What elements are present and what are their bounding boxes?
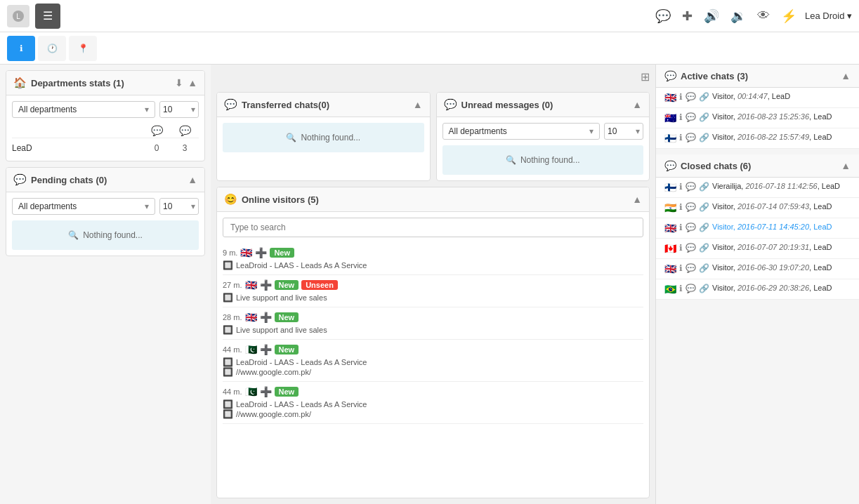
page-icon: 🔲 bbox=[223, 399, 233, 409]
unread-per-page-value: 10 bbox=[608, 126, 617, 136]
unread-messages-body: All departments ▾ 10 ▾ 🔍 Nothing found..… bbox=[437, 117, 650, 180]
grid-icon[interactable]: ⊞ bbox=[641, 70, 650, 84]
unread-per-page[interactable]: 10 ▾ bbox=[604, 123, 643, 140]
per-page-value: 10 bbox=[163, 105, 172, 114]
unread-filter-select[interactable]: All departments ▾ bbox=[442, 123, 601, 140]
new-badge: New bbox=[275, 280, 299, 290]
tab-info[interactable]: ℹ bbox=[7, 36, 35, 61]
dept-row-name: LeaD bbox=[12, 143, 143, 153]
visitor-page1: 🔲 LeaDroid - LAAS - Leads As A Service bbox=[223, 399, 643, 409]
visitor-page-text: LeaDroid - LAAS - Leads As A Service bbox=[236, 400, 367, 409]
departments-stats-widget: 🏠 Departments stats (1) ⬇ ▲ All departme… bbox=[6, 70, 205, 161]
chat-text: Vierailija, 2016-07-18 11:42:56, LeaD bbox=[712, 182, 851, 190]
departments-table: 💬 💬 LeaD 0 3 bbox=[12, 124, 199, 155]
add-icon[interactable]: ✚ bbox=[682, 8, 693, 24]
departments-filter-select[interactable]: All departments ▾ bbox=[12, 101, 155, 118]
active-chats-section: 💬 Active chats (3) ▲ 🇬🇧 ℹ 💬 🔗 Visitor, 0… bbox=[656, 65, 859, 149]
chat-icon[interactable]: 💬 bbox=[686, 263, 696, 273]
departments-table-header: 💬 💬 bbox=[12, 124, 199, 138]
chat-icon[interactable]: 💬 bbox=[686, 182, 696, 192]
info-icon[interactable]: ℹ bbox=[679, 263, 683, 273]
plus-icon[interactable]: ➕ bbox=[260, 344, 272, 355]
info-icon[interactable]: ℹ bbox=[679, 243, 683, 253]
closed-chats-collapse-icon[interactable]: ▲ bbox=[841, 160, 851, 171]
closed-chats-section: 💬 Closed chats (6) ▲ 🇫🇮 ℹ 💬 🔗 Vierailija… bbox=[656, 154, 859, 300]
pending-chats-collapse-icon[interactable]: ▲ bbox=[188, 174, 197, 185]
transferred-collapse-icon[interactable]: ▲ bbox=[413, 99, 423, 110]
chat-icon[interactable]: 💬 bbox=[686, 133, 696, 142]
link-icon[interactable]: 🔗 bbox=[699, 223, 709, 232]
flag-icon: 🇬🇧 bbox=[240, 247, 252, 258]
link-icon[interactable]: 🔗 bbox=[699, 263, 709, 273]
departments-per-page[interactable]: 10 ▾ bbox=[159, 101, 199, 118]
plus-icon[interactable]: ➕ bbox=[260, 386, 272, 397]
list-item: 🇫🇮 ℹ 💬 🔗 Visitor, 2016-08-22 15:57:49, L… bbox=[656, 128, 859, 149]
transferred-chat-icon: 💬 bbox=[224, 98, 237, 111]
chat-icon[interactable]: 💬 bbox=[686, 284, 696, 293]
left-panel: 🏠 Departments stats (1) ⬇ ▲ All departme… bbox=[0, 65, 211, 504]
link-icon[interactable]: 🔗 bbox=[699, 133, 709, 142]
plus-icon[interactable]: ➕ bbox=[260, 312, 272, 323]
pending-per-page[interactable]: 10 ▾ bbox=[159, 198, 199, 215]
link-icon[interactable]: 🔗 bbox=[699, 284, 709, 293]
pending-filter-select[interactable]: All departments ▾ bbox=[12, 198, 155, 215]
volume-up-icon[interactable]: 🔊 bbox=[704, 8, 719, 24]
menu-button[interactable]: ☰ bbox=[35, 4, 60, 29]
middle-header-row: ⊞ bbox=[216, 70, 650, 84]
chat-icon[interactable]: 💬 bbox=[655, 8, 671, 24]
eye-icon[interactable]: 👁 bbox=[757, 8, 770, 23]
info-icon[interactable]: ℹ bbox=[679, 223, 683, 232]
info-icon[interactable]: ℹ bbox=[679, 202, 683, 212]
page-icon: 🔲 bbox=[223, 293, 233, 303]
list-item: 44 m. 🇵🇰 ➕ New 🔲 LeaDroid - LAAS - Leads… bbox=[223, 340, 643, 382]
lightning-icon[interactable]: ⚡ bbox=[781, 8, 796, 24]
departments-stats-download-icon[interactable]: ⬇ bbox=[175, 77, 183, 88]
unread-collapse-icon[interactable]: ▲ bbox=[632, 99, 642, 110]
info-icon[interactable]: ℹ bbox=[679, 182, 683, 192]
chat-icon[interactable]: 💬 bbox=[686, 243, 696, 253]
transferred-chats-header: 💬 Transferred chats(0) ▲ bbox=[217, 93, 430, 117]
chat-icon[interactable]: 💬 bbox=[686, 112, 696, 122]
online-visitors-title: Online visitors (5) bbox=[242, 194, 628, 205]
visitor-time: 27 m. bbox=[223, 281, 242, 289]
flag-icon: 🇬🇧 bbox=[664, 263, 676, 274]
unread-per-page-chevron: ▾ bbox=[636, 126, 640, 136]
info-icon[interactable]: ℹ bbox=[679, 133, 683, 142]
list-item: 27 m. 🇬🇧 ➕ New Unseen 🔲 Live support and… bbox=[223, 275, 643, 307]
middle-top-row: 💬 Transferred chats(0) ▲ 🔍 Nothing found… bbox=[216, 92, 650, 181]
online-visitors-collapse-icon[interactable]: ▲ bbox=[632, 194, 642, 205]
tab-clock[interactable]: 🕐 bbox=[38, 36, 66, 61]
link-icon[interactable]: 🔗 bbox=[699, 243, 709, 253]
visitor-page-text: Live support and live sales bbox=[236, 293, 327, 302]
chat-icon[interactable]: 💬 bbox=[686, 223, 696, 232]
active-chats-collapse-icon[interactable]: ▲ bbox=[841, 70, 851, 81]
search-input[interactable] bbox=[223, 218, 643, 237]
chat-text: Visitor, 2016-07-11 14:45:20, LeaD bbox=[712, 223, 851, 231]
link-icon[interactable]: 🔗 bbox=[699, 112, 709, 122]
table-row: LeaD 0 3 bbox=[12, 141, 199, 155]
transferred-chats-widget: 💬 Transferred chats(0) ▲ 🔍 Nothing found… bbox=[216, 92, 431, 181]
chat-icon[interactable]: 💬 bbox=[686, 202, 696, 212]
plus-icon[interactable]: ➕ bbox=[260, 279, 272, 291]
departments-stats-collapse-icon[interactable]: ▲ bbox=[188, 77, 197, 88]
new-badge: New bbox=[275, 387, 299, 397]
link-icon[interactable]: 🔗 bbox=[699, 202, 709, 212]
pending-chat-icon: 💬 bbox=[13, 173, 27, 186]
visitor-page-text: LeaDroid - LAAS - Leads As A Service bbox=[236, 261, 367, 270]
link-icon[interactable]: 🔗 bbox=[699, 92, 709, 102]
chat-icon[interactable]: 💬 bbox=[686, 92, 696, 102]
flag-icon: 🇫🇮 bbox=[664, 133, 676, 144]
transferred-nothing-text: Nothing found... bbox=[301, 133, 360, 142]
pending-nothing-found: 🔍 Nothing found... bbox=[12, 220, 199, 250]
list-item: 🇬🇧 ℹ 💬 🔗 Visitor, 00:14:47, LeaD bbox=[656, 88, 859, 108]
user-menu[interactable]: Lea Droid ▾ bbox=[805, 11, 852, 21]
plus-icon[interactable]: ➕ bbox=[255, 247, 267, 258]
pending-chats-title: Pending chats (0) bbox=[31, 175, 183, 185]
volume-down-icon[interactable]: 🔉 bbox=[730, 8, 746, 24]
transferred-chats-body: 🔍 Nothing found... bbox=[217, 117, 430, 158]
info-icon[interactable]: ℹ bbox=[679, 112, 683, 122]
tab-location[interactable]: 📍 bbox=[69, 36, 97, 61]
info-icon[interactable]: ℹ bbox=[679, 284, 683, 293]
link-icon[interactable]: 🔗 bbox=[699, 182, 709, 192]
info-icon[interactable]: ℹ bbox=[679, 92, 683, 102]
